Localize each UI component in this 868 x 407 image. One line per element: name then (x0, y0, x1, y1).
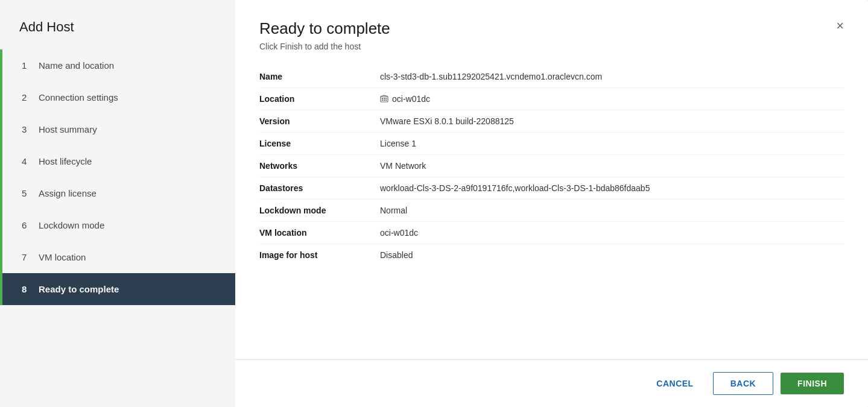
summary-value: oci-w01dc (380, 228, 418, 238)
step-number: 5 (22, 188, 31, 198)
summary-row: NetworksVM Network (259, 155, 844, 177)
step-label: Name and location (39, 60, 114, 71)
step-label: Host summary (39, 124, 97, 134)
summary-table: Namecls-3-std3-db-1.sub11292025421.vcnde… (235, 66, 868, 359)
cancel-button[interactable]: CANCEL (644, 373, 705, 394)
summary-row: VersionVMware ESXi 8.0.1 build-22088125 (259, 110, 844, 133)
summary-row: VM locationoci-w01dc (259, 222, 844, 244)
footer: CANCEL BACK FINISH (235, 359, 868, 407)
summary-row: LicenseLicense 1 (259, 133, 844, 155)
sidebar-item-host-lifecycle[interactable]: 4Host lifecycle (0, 145, 235, 177)
summary-label: Version (259, 116, 380, 126)
close-button[interactable]: × (836, 19, 844, 33)
summary-value: oci-w01dc (380, 94, 430, 104)
summary-value-text: VM Network (380, 161, 426, 171)
summary-value: workload-Cls-3-DS-2-a9f0191716fc,workloa… (380, 183, 650, 193)
summary-value: VMware ESXi 8.0.1 build-22088125 (380, 116, 514, 126)
main-subtitle: Click Finish to add the host (235, 38, 868, 66)
summary-label: Location (259, 94, 380, 104)
summary-row: Namecls-3-std3-db-1.sub11292025421.vcnde… (259, 66, 844, 88)
svg-rect-0 (381, 96, 388, 102)
svg-rect-6 (385, 99, 387, 101)
summary-label: License (259, 139, 380, 148)
finish-button[interactable]: FINISH (781, 373, 844, 394)
summary-value-text: oci-w01dc (380, 228, 418, 238)
sidebar-items: 1Name and location2Connection settings3H… (0, 49, 235, 305)
summary-value: Normal (380, 206, 407, 215)
summary-value-text: License 1 (380, 139, 416, 148)
summary-label: VM location (259, 228, 380, 238)
summary-value-text: Normal (380, 206, 407, 215)
summary-value-text: Disabled (380, 250, 413, 260)
step-number: 8 (22, 284, 31, 294)
step-label: Connection settings (39, 92, 118, 103)
step-label: Assign license (39, 188, 97, 198)
back-button[interactable]: BACK (713, 372, 773, 395)
add-host-dialog: Add Host 1Name and location2Connection s… (0, 0, 868, 407)
step-label: VM location (39, 252, 86, 262)
main-header: Ready to complete × (235, 0, 868, 38)
summary-value: License 1 (380, 139, 416, 148)
step-number: 6 (22, 220, 31, 230)
sidebar-item-assign-license[interactable]: 5Assign license (0, 177, 235, 209)
step-number: 1 (22, 60, 31, 71)
location-icon (380, 95, 388, 103)
summary-row: Lockdown modeNormal (259, 200, 844, 222)
summary-value: VM Network (380, 161, 426, 171)
summary-label: Networks (259, 161, 380, 171)
summary-value-text: VMware ESXi 8.0.1 build-22088125 (380, 116, 514, 126)
summary-label: Image for host (259, 250, 380, 260)
summary-value: cls-3-std3-db-1.sub11292025421.vcndemo1.… (380, 72, 602, 81)
summary-row: Image for hostDisabled (259, 244, 844, 266)
summary-label: Lockdown mode (259, 206, 380, 215)
svg-rect-2 (384, 98, 385, 99)
summary-value-text: oci-w01dc (392, 94, 430, 104)
step-label: Lockdown mode (39, 220, 104, 230)
sidebar-item-lockdown-mode[interactable]: 6Lockdown mode (0, 209, 235, 241)
step-number: 3 (22, 124, 31, 134)
summary-value: Disabled (380, 250, 413, 260)
svg-rect-3 (385, 98, 387, 99)
sidebar-item-vm-location[interactable]: 7VM location (0, 241, 235, 273)
summary-value-text: cls-3-std3-db-1.sub11292025421.vcndemo1.… (380, 72, 602, 81)
step-label: Ready to complete (39, 284, 119, 294)
step-number: 4 (22, 156, 31, 166)
step-label: Host lifecycle (39, 156, 92, 166)
main-content: Ready to complete × Click Finish to add … (235, 0, 868, 407)
summary-label: Datastores (259, 183, 380, 193)
main-title: Ready to complete (259, 19, 390, 38)
svg-rect-5 (384, 99, 385, 101)
sidebar-item-host-summary[interactable]: 3Host summary (0, 113, 235, 145)
summary-label: Name (259, 72, 380, 81)
summary-row: Location oci-w01dc (259, 88, 844, 110)
sidebar-item-ready-to-complete[interactable]: 8Ready to complete (0, 273, 235, 305)
summary-row: Datastoresworkload-Cls-3-DS-2-a9f0191716… (259, 177, 844, 200)
sidebar-item-name-and-location[interactable]: 1Name and location (0, 49, 235, 81)
step-number: 2 (22, 92, 31, 103)
summary-value-text: workload-Cls-3-DS-2-a9f0191716fc,workloa… (380, 183, 650, 193)
sidebar: Add Host 1Name and location2Connection s… (0, 0, 235, 407)
sidebar-item-connection-settings[interactable]: 2Connection settings (0, 81, 235, 113)
svg-rect-1 (382, 98, 383, 99)
dialog-title: Add Host (0, 0, 235, 49)
svg-rect-4 (382, 99, 383, 101)
step-number: 7 (22, 252, 31, 262)
